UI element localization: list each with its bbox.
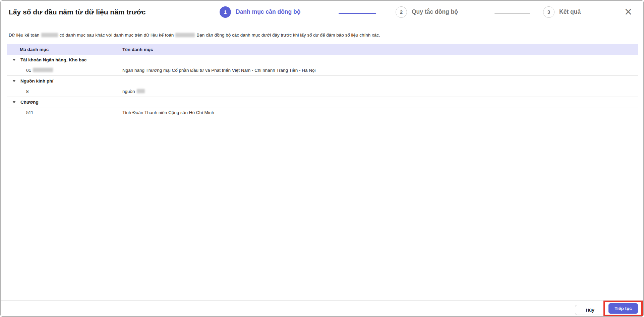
annotation-highlight-box: Tiếp tục [603,301,643,316]
table-header-row: Mã danh mục Tên danh mục [7,44,638,55]
cell-name: Tỉnh Đoàn Thanh niên Cộng sản Hồ Chí Min… [117,107,638,118]
collapse-arrow-icon[interactable] [12,101,16,103]
group-label: Nguồn kinh phí [20,78,53,84]
continue-button[interactable]: Tiếp tục [608,303,638,314]
cancel-button[interactable]: Hủy [575,305,605,315]
cell-name: nguồn [117,86,638,97]
column-header-code: Mã danh mục [7,44,117,55]
step-connector-inactive [494,13,530,14]
redacted-text [41,33,58,37]
code-text: 01 [26,68,31,73]
group-row-bank-accounts[interactable]: Tài khoản Ngân hàng, Kho bạc [7,55,638,65]
cell-code: 8 [7,86,117,97]
code-text: 8 [26,89,29,94]
stepper-step-3: 3 Kết quả [543,1,581,23]
close-button[interactable]: × [622,5,635,18]
description-text-3: Bạn cần đồng bộ các danh mục dưới đây tr… [196,33,380,38]
table-row: 511 Tỉnh Đoàn Thanh niên Cộng sản Hồ Chí… [7,107,638,118]
table-row: 01 Ngân hàng Thương mại Cổ phần Đầu tư v… [7,65,638,76]
step-2-label: Quy tắc đồng bộ [412,8,458,15]
column-header-name: Tên danh mục [117,44,638,55]
step-1-badge: 1 [220,6,231,18]
page-title: Lấy số dư đầu năm từ dữ liệu năm trước [9,1,145,23]
footer-divider [1,300,643,301]
stepper-step-2: 2 Quy tắc đồng bộ [396,1,458,23]
sync-categories-dialog: Lấy số dư đầu năm từ dữ liệu năm trước 1… [0,0,644,317]
description-text-1: Dữ liệu kế toán [9,33,40,38]
group-row-chapter[interactable]: Chương [7,97,638,107]
code-text: 511 [26,110,34,115]
name-text: Tỉnh Đoàn Thanh niên Cộng sản Hồ Chí Min… [122,110,214,115]
redacted-text [137,89,145,93]
categories-table: Mã danh mục Tên danh mục Tài khoản Ngân … [7,44,638,118]
collapse-arrow-icon[interactable] [12,59,16,61]
redacted-text [175,33,195,37]
step-3-badge: 3 [543,6,554,18]
table-row: 8 nguồn [7,86,638,97]
dialog-header: Lấy số dư đầu năm từ dữ liệu năm trước 1… [1,1,643,23]
step-3-label: Kết quả [559,8,581,15]
cell-code: 01 [7,65,117,75]
description: Dữ liệu kế toáncó danh mục sau khác với … [9,33,380,38]
step-2-badge: 2 [396,6,407,18]
name-text: nguồn [122,89,135,94]
cell-code: 511 [7,107,117,118]
group-row-funding-source[interactable]: Nguồn kinh phí [7,76,638,86]
group-label: Tài khoản Ngân hàng, Kho bạc [20,57,86,62]
close-icon: × [625,5,632,19]
name-text: Ngân hàng Thương mại Cổ phần Đầu tư và P… [122,68,316,73]
step-1-label: Danh mục cần đồng bộ [236,8,300,15]
collapse-arrow-icon[interactable] [12,80,16,82]
step-connector-active [339,13,376,14]
group-label: Chương [20,100,39,105]
cell-name: Ngân hàng Thương mại Cổ phần Đầu tư và P… [117,65,638,75]
description-text-2: có danh mục sau khác với danh mục trên d… [60,33,174,38]
stepper-step-1: 1 Danh mục cần đồng bộ [220,1,300,23]
redacted-text [33,68,53,72]
